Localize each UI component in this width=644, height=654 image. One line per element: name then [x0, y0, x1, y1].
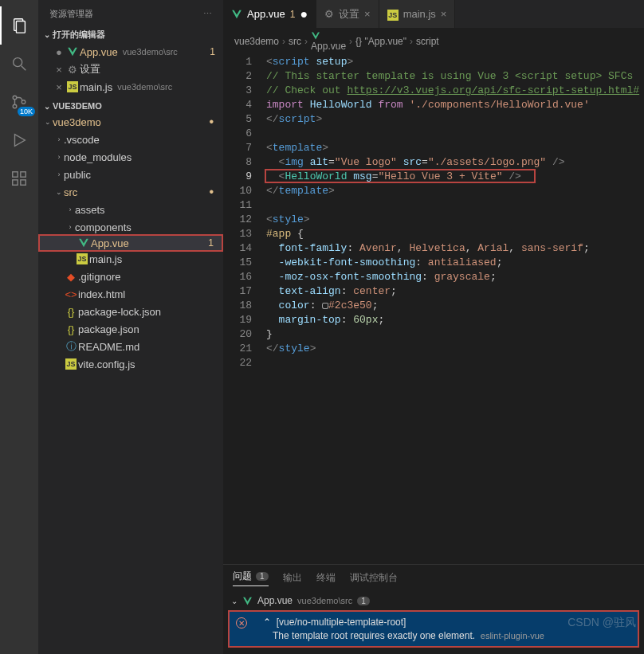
chevron-icon: ⌄ [43, 118, 53, 126]
git-icon: ◆ [64, 271, 78, 283]
chevron-down-icon: ⌄ [41, 30, 53, 39]
explorer-icon[interactable] [0, 6, 38, 45]
svg-rect-9 [13, 180, 18, 185]
code-editor[interactable]: 12345678910111213141516171819202122 <scr… [223, 55, 644, 564]
folder-item[interactable]: ›node_modules [38, 148, 223, 166]
chevron-down-icon: ⌄ [41, 102, 53, 111]
svg-rect-11 [21, 172, 26, 177]
run-debug-icon[interactable] [0, 121, 38, 159]
close-icon[interactable]: × [441, 8, 447, 20]
svg-point-4 [13, 96, 17, 100]
panel-tab[interactable]: 终端 [316, 571, 336, 585]
vue-icon [231, 9, 242, 20]
editor-tab[interactable]: ⚙ 设置 × [316, 0, 379, 28]
file-item[interactable]: <>index.html [38, 285, 223, 303]
svg-marker-7 [15, 135, 26, 147]
js-icon: JS [387, 8, 399, 21]
workspace-header[interactable]: ⌄ VUE3DEMO [38, 99, 223, 113]
sidebar: 资源管理器 ⋯ ⌄ 打开的编辑器 ● App.vue vue3demo\src … [38, 0, 223, 654]
folder-item[interactable]: ⌄vue3demo• [38, 113, 223, 131]
gear-icon: ⚙ [65, 64, 80, 76]
close-icon[interactable]: × [53, 81, 65, 93]
search-icon[interactable] [0, 45, 38, 83]
file-item[interactable]: App.vue1 [38, 234, 223, 252]
problem-file-name: App.vue [257, 595, 293, 606]
svg-point-2 [14, 58, 22, 67]
breadcrumb-segment[interactable]: App.vue [311, 31, 346, 52]
svg-rect-10 [21, 180, 26, 185]
gear-icon: ⚙ [324, 8, 334, 20]
close-icon[interactable]: ● [53, 46, 65, 58]
panel-tabs: 问题1输出终端调试控制台 [223, 565, 644, 591]
breadcrumb-segment[interactable]: script [416, 36, 439, 47]
more-icon[interactable]: ⋯ [203, 9, 212, 19]
editor-tab[interactable]: JS main.js × [379, 0, 456, 28]
chevron-icon: › [65, 223, 75, 231]
file-item[interactable]: JSvite.config.js [38, 355, 223, 373]
folder-item[interactable]: ›public [38, 166, 223, 183]
gutter: 12345678910111213141516171819202122 [223, 55, 263, 564]
chevron-icon: › [65, 206, 75, 213]
sidebar-title: 资源管理器 ⋯ [38, 0, 223, 25]
vue-icon [65, 46, 80, 57]
bottom-panel: 问题1输出终端调试控制台 ⌄ App.vue vue3demo\src 1 ✕ … [223, 564, 644, 654]
file-item[interactable]: JSmain.js [38, 250, 223, 268]
folder-item[interactable]: ⌄src• [38, 183, 223, 201]
chevron-icon: › [54, 135, 64, 143]
chevron-icon: › [54, 170, 64, 178]
folder-item[interactable]: ›assets [38, 201, 223, 218]
open-editors-section: ⌄ 打开的编辑器 ● App.vue vue3demo\src 1× ⚙ 设置 … [38, 25, 223, 97]
activity-bar: 10K [0, 0, 38, 654]
editor-group: App.vue 1 ●⚙ 设置 ×JS main.js × vue3demo›s… [223, 0, 644, 654]
breadcrumb-segment[interactable]: src [289, 36, 301, 47]
problem-count-badge: 1 [357, 597, 370, 605]
panel-tab[interactable]: 输出 [283, 571, 302, 585]
svg-rect-8 [13, 172, 18, 177]
vue-icon [242, 596, 253, 606]
editor-tabs: App.vue 1 ●⚙ 设置 ×JS main.js × [223, 0, 644, 28]
svg-point-5 [13, 104, 17, 108]
file-item[interactable]: ⓘREADME.md [38, 338, 223, 355]
close-icon[interactable]: × [53, 64, 65, 76]
open-editor-item[interactable]: × JS main.js vue3demo\src [38, 78, 223, 96]
file-item[interactable]: ◆.gitignore [38, 268, 223, 285]
close-icon[interactable]: × [364, 8, 371, 20]
extensions-icon[interactable] [0, 159, 38, 198]
svg-rect-1 [16, 22, 25, 33]
json-icon: {} [64, 323, 78, 335]
chevron-icon: ⌄ [54, 188, 64, 196]
problem-item[interactable]: ✕ ⌃ [vue/no-multiple-template-root] The … [228, 610, 639, 648]
code-area[interactable]: <script setup>// This starter template i… [263, 55, 644, 564]
svg-point-6 [22, 100, 26, 104]
html-icon: <> [64, 288, 78, 300]
js-icon: JS [64, 358, 78, 370]
breadcrumb-segment[interactable]: vue3demo [234, 36, 279, 47]
vue-icon [77, 237, 91, 249]
breadcrumb[interactable]: vue3demo›src› App.vue›{} "App.vue"›scrip… [223, 28, 644, 55]
breadcrumb-segment[interactable]: {} "App.vue" [355, 36, 406, 47]
editor-tab[interactable]: App.vue 1 ● [223, 0, 316, 28]
svg-line-3 [22, 66, 26, 71]
chevron-down-icon: ⌄ [231, 597, 238, 605]
file-item[interactable]: {}package-lock.json [38, 303, 223, 320]
open-editors-header[interactable]: ⌄ 打开的编辑器 [38, 26, 223, 43]
open-editor-item[interactable]: × ⚙ 设置 [38, 61, 223, 78]
panel-tab[interactable]: 调试控制台 [350, 571, 398, 585]
folder-item[interactable]: ›components [38, 218, 223, 236]
problems-view: ⌄ App.vue vue3demo\src 1 ✕ ⌃ [vue/no-mul… [223, 591, 644, 654]
info-icon: ⓘ [64, 339, 78, 354]
js-icon: JS [65, 81, 80, 92]
problem-file-row[interactable]: ⌄ App.vue vue3demo\src 1 [228, 593, 639, 609]
chevron-icon: › [54, 153, 64, 161]
file-item[interactable]: {}package.json [38, 320, 223, 338]
workspace-section: ⌄ VUE3DEMO ⌄vue3demo•›.vscode›node_modul… [38, 97, 223, 374]
folder-item[interactable]: ›.vscode [38, 131, 223, 148]
json-icon: {} [64, 306, 78, 318]
open-editor-item[interactable]: ● App.vue vue3demo\src 1 [38, 43, 223, 61]
panel-tab[interactable]: 问题1 [233, 570, 269, 586]
problem-file-path: vue3demo\src [297, 596, 352, 605]
modified-dot-icon: ● [300, 7, 308, 22]
js-icon: JS [75, 253, 89, 264]
scm-badge: 10K [18, 107, 35, 116]
source-control-icon[interactable]: 10K [0, 83, 38, 121]
